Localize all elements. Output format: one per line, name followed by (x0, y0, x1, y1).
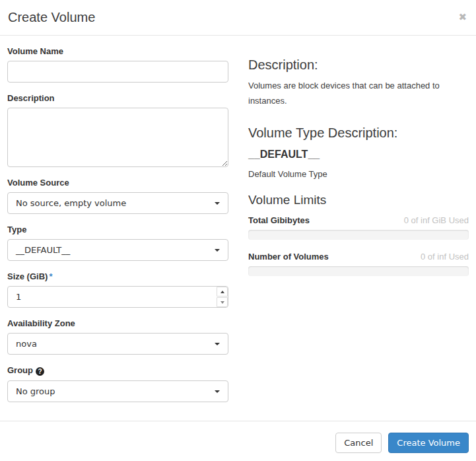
volume-source-select[interactable]: No source, empty volume (7, 192, 228, 214)
modal-body: Volume Name Description Volume Source No… (0, 36, 476, 421)
triangle-up-icon (221, 291, 224, 293)
modal-title: Create Volume (8, 10, 95, 25)
caret-down-icon (215, 390, 220, 393)
availability-zone-group: Availability Zone nova (7, 318, 228, 355)
create-volume-modal: Create Volume ✖ Volume Name Description … (0, 0, 476, 461)
volume-name-group: Volume Name (7, 46, 228, 83)
volume-type-description-heading: Volume Type Description: (248, 125, 469, 140)
triangle-down-icon (221, 301, 224, 304)
volume-name-input[interactable] (7, 61, 228, 83)
volume-name-label: Volume Name (7, 46, 228, 56)
question-help-icon[interactable]: ? (36, 367, 44, 376)
size-label: Size (GiB)* (7, 271, 228, 281)
type-selected-value: __DEFAULT__ (16, 245, 70, 255)
group-label: Group? (7, 365, 228, 376)
caret-down-icon (215, 343, 220, 345)
limit-label: Total Gibibytes (248, 215, 310, 225)
create-volume-button[interactable]: Create Volume (388, 433, 469, 453)
size-spinner-buttons (217, 287, 228, 307)
limit-usage: 0 of inf Used (421, 252, 469, 262)
limit-row-total-gibibytes: Total Gibibytes 0 of inf GiB Used (248, 215, 469, 240)
create-volume-form: Volume Name Description Volume Source No… (7, 46, 228, 413)
size-group: Size (GiB)* (7, 271, 228, 308)
description-textarea[interactable] (7, 108, 228, 167)
description-text: Volumes are block devices that can be at… (248, 79, 469, 109)
description-heading: Description: (248, 57, 469, 72)
group-group: Group? No group (7, 365, 228, 402)
close-icon[interactable]: ✖ (458, 13, 467, 22)
required-asterisk: * (49, 271, 52, 281)
progress-track (248, 266, 469, 276)
availability-zone-label: Availability Zone (7, 318, 228, 328)
group-select[interactable]: No group (7, 380, 228, 402)
volume-limits-heading: Volume Limits (248, 194, 469, 207)
size-input[interactable] (7, 286, 228, 308)
limit-row-number-of-volumes: Number of Volumes 0 of inf Used (248, 252, 469, 276)
modal-footer: Cancel Create Volume (0, 421, 476, 461)
volume-source-selected-value: No source, empty volume (16, 198, 126, 208)
spinner-up-button[interactable] (217, 287, 228, 297)
caret-down-icon (215, 249, 220, 252)
size-stepper (7, 286, 228, 308)
type-select[interactable]: __DEFAULT__ (7, 239, 228, 261)
info-panel: Description: Volumes are block devices t… (248, 46, 469, 413)
description-label: Description (7, 93, 228, 103)
type-group: Type __DEFAULT__ (7, 225, 228, 261)
limit-usage: 0 of inf GiB Used (404, 215, 469, 225)
volume-source-label: Volume Source (7, 178, 228, 188)
group-selected-value: No group (16, 386, 55, 396)
volume-type-description-text: Default Volume Type (248, 169, 469, 179)
description-group: Description (7, 93, 228, 167)
modal-header: Create Volume ✖ (0, 0, 476, 36)
availability-zone-selected-value: nova (16, 339, 37, 349)
volume-source-group: Volume Source No source, empty volume (7, 178, 228, 214)
cancel-button[interactable]: Cancel (335, 433, 382, 453)
type-label: Type (7, 225, 228, 234)
progress-track (248, 230, 469, 240)
volume-type-name: __DEFAULT__ (248, 149, 469, 160)
limit-label: Number of Volumes (248, 252, 329, 262)
spinner-down-button[interactable] (217, 297, 228, 307)
availability-zone-select[interactable]: nova (7, 333, 228, 355)
caret-down-icon (215, 202, 220, 205)
